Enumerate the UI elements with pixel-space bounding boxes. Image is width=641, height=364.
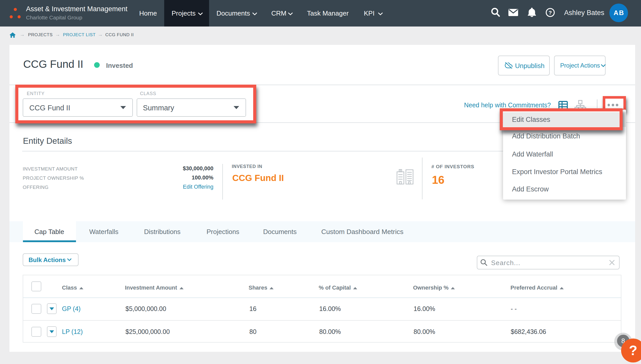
svg-text:?: ? [549,10,552,16]
